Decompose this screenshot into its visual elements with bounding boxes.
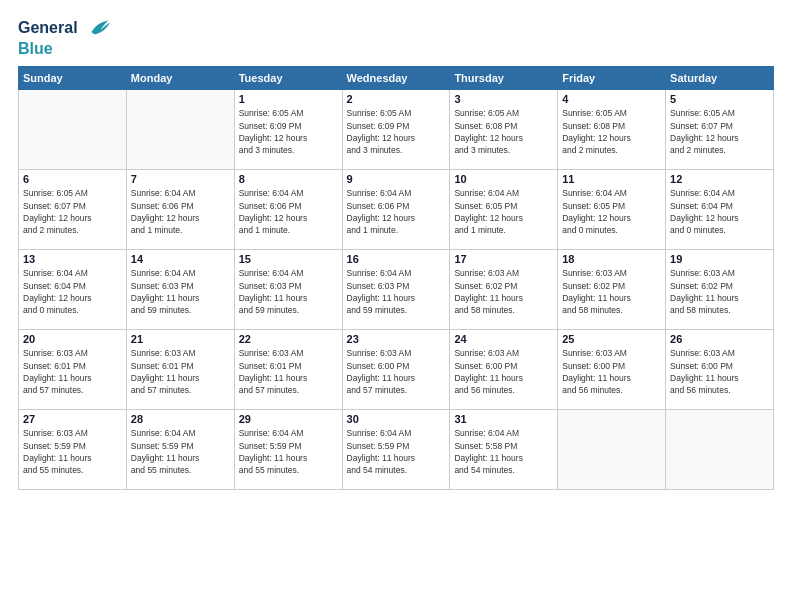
header: General Blue: [18, 18, 774, 58]
day-info: Sunrise: 6:04 AM Sunset: 5:59 PM Dayligh…: [347, 427, 446, 476]
calendar-table: SundayMondayTuesdayWednesdayThursdayFrid…: [18, 66, 774, 490]
day-info: Sunrise: 6:04 AM Sunset: 6:03 PM Dayligh…: [347, 267, 446, 316]
calendar-week-5: 27Sunrise: 6:03 AM Sunset: 5:59 PM Dayli…: [19, 410, 774, 490]
calendar-cell: 26Sunrise: 6:03 AM Sunset: 6:00 PM Dayli…: [666, 330, 774, 410]
day-number: 14: [131, 253, 230, 265]
calendar-cell: [19, 90, 127, 170]
calendar-cell: 24Sunrise: 6:03 AM Sunset: 6:00 PM Dayli…: [450, 330, 558, 410]
day-number: 10: [454, 173, 553, 185]
page: General Blue SundayMondayTuesdayWednesda…: [0, 0, 792, 612]
calendar-cell: 12Sunrise: 6:04 AM Sunset: 6:04 PM Dayli…: [666, 170, 774, 250]
day-number: 22: [239, 333, 338, 345]
calendar-cell: 2Sunrise: 6:05 AM Sunset: 6:09 PM Daylig…: [342, 90, 450, 170]
day-info: Sunrise: 6:03 AM Sunset: 6:01 PM Dayligh…: [131, 347, 230, 396]
day-info: Sunrise: 6:04 AM Sunset: 5:59 PM Dayligh…: [239, 427, 338, 476]
day-number: 29: [239, 413, 338, 425]
calendar-cell: 21Sunrise: 6:03 AM Sunset: 6:01 PM Dayli…: [126, 330, 234, 410]
day-number: 12: [670, 173, 769, 185]
calendar-cell: 31Sunrise: 6:04 AM Sunset: 5:58 PM Dayli…: [450, 410, 558, 490]
calendar-cell: 22Sunrise: 6:03 AM Sunset: 6:01 PM Dayli…: [234, 330, 342, 410]
weekday-row: SundayMondayTuesdayWednesdayThursdayFrid…: [19, 67, 774, 90]
calendar-cell: 16Sunrise: 6:04 AM Sunset: 6:03 PM Dayli…: [342, 250, 450, 330]
calendar-week-3: 13Sunrise: 6:04 AM Sunset: 6:04 PM Dayli…: [19, 250, 774, 330]
day-number: 11: [562, 173, 661, 185]
day-number: 16: [347, 253, 446, 265]
day-number: 20: [23, 333, 122, 345]
calendar-cell: 10Sunrise: 6:04 AM Sunset: 6:05 PM Dayli…: [450, 170, 558, 250]
day-info: Sunrise: 6:04 AM Sunset: 5:59 PM Dayligh…: [131, 427, 230, 476]
day-info: Sunrise: 6:04 AM Sunset: 6:05 PM Dayligh…: [562, 187, 661, 236]
day-info: Sunrise: 6:05 AM Sunset: 6:09 PM Dayligh…: [347, 107, 446, 156]
calendar-week-1: 1Sunrise: 6:05 AM Sunset: 6:09 PM Daylig…: [19, 90, 774, 170]
day-number: 13: [23, 253, 122, 265]
calendar-cell: 11Sunrise: 6:04 AM Sunset: 6:05 PM Dayli…: [558, 170, 666, 250]
day-info: Sunrise: 6:04 AM Sunset: 6:03 PM Dayligh…: [239, 267, 338, 316]
calendar-week-2: 6Sunrise: 6:05 AM Sunset: 6:07 PM Daylig…: [19, 170, 774, 250]
weekday-header-tuesday: Tuesday: [234, 67, 342, 90]
calendar-header: SundayMondayTuesdayWednesdayThursdayFrid…: [19, 67, 774, 90]
day-info: Sunrise: 6:04 AM Sunset: 6:03 PM Dayligh…: [131, 267, 230, 316]
calendar-cell: 5Sunrise: 6:05 AM Sunset: 6:07 PM Daylig…: [666, 90, 774, 170]
day-info: Sunrise: 6:03 AM Sunset: 6:01 PM Dayligh…: [239, 347, 338, 396]
day-number: 21: [131, 333, 230, 345]
calendar-cell: 20Sunrise: 6:03 AM Sunset: 6:01 PM Dayli…: [19, 330, 127, 410]
day-number: 28: [131, 413, 230, 425]
day-number: 3: [454, 93, 553, 105]
calendar-cell: 9Sunrise: 6:04 AM Sunset: 6:06 PM Daylig…: [342, 170, 450, 250]
calendar-cell: 13Sunrise: 6:04 AM Sunset: 6:04 PM Dayli…: [19, 250, 127, 330]
day-number: 7: [131, 173, 230, 185]
weekday-header-sunday: Sunday: [19, 67, 127, 90]
weekday-header-wednesday: Wednesday: [342, 67, 450, 90]
logo-text: General Blue: [18, 18, 112, 58]
calendar-week-4: 20Sunrise: 6:03 AM Sunset: 6:01 PM Dayli…: [19, 330, 774, 410]
day-number: 31: [454, 413, 553, 425]
day-info: Sunrise: 6:03 AM Sunset: 6:00 PM Dayligh…: [562, 347, 661, 396]
day-number: 30: [347, 413, 446, 425]
logo: General Blue: [18, 18, 112, 58]
day-info: Sunrise: 6:03 AM Sunset: 6:00 PM Dayligh…: [454, 347, 553, 396]
calendar-cell: 27Sunrise: 6:03 AM Sunset: 5:59 PM Dayli…: [19, 410, 127, 490]
day-number: 6: [23, 173, 122, 185]
day-number: 15: [239, 253, 338, 265]
day-number: 1: [239, 93, 338, 105]
day-info: Sunrise: 6:05 AM Sunset: 6:08 PM Dayligh…: [454, 107, 553, 156]
calendar-cell: 3Sunrise: 6:05 AM Sunset: 6:08 PM Daylig…: [450, 90, 558, 170]
day-number: 25: [562, 333, 661, 345]
day-info: Sunrise: 6:04 AM Sunset: 6:06 PM Dayligh…: [347, 187, 446, 236]
calendar-body: 1Sunrise: 6:05 AM Sunset: 6:09 PM Daylig…: [19, 90, 774, 490]
day-info: Sunrise: 6:05 AM Sunset: 6:07 PM Dayligh…: [23, 187, 122, 236]
day-info: Sunrise: 6:03 AM Sunset: 6:01 PM Dayligh…: [23, 347, 122, 396]
calendar-cell: 23Sunrise: 6:03 AM Sunset: 6:00 PM Dayli…: [342, 330, 450, 410]
calendar-cell: 17Sunrise: 6:03 AM Sunset: 6:02 PM Dayli…: [450, 250, 558, 330]
calendar-cell: 29Sunrise: 6:04 AM Sunset: 5:59 PM Dayli…: [234, 410, 342, 490]
day-info: Sunrise: 6:03 AM Sunset: 6:00 PM Dayligh…: [347, 347, 446, 396]
day-number: 18: [562, 253, 661, 265]
calendar-cell: 18Sunrise: 6:03 AM Sunset: 6:02 PM Dayli…: [558, 250, 666, 330]
calendar-cell: 4Sunrise: 6:05 AM Sunset: 6:08 PM Daylig…: [558, 90, 666, 170]
day-info: Sunrise: 6:05 AM Sunset: 6:07 PM Dayligh…: [670, 107, 769, 156]
day-number: 8: [239, 173, 338, 185]
day-number: 27: [23, 413, 122, 425]
weekday-header-monday: Monday: [126, 67, 234, 90]
weekday-header-friday: Friday: [558, 67, 666, 90]
day-info: Sunrise: 6:03 AM Sunset: 6:00 PM Dayligh…: [670, 347, 769, 396]
calendar-cell: [558, 410, 666, 490]
calendar-cell: 14Sunrise: 6:04 AM Sunset: 6:03 PM Dayli…: [126, 250, 234, 330]
calendar-cell: [126, 90, 234, 170]
day-info: Sunrise: 6:03 AM Sunset: 5:59 PM Dayligh…: [23, 427, 122, 476]
calendar-cell: 6Sunrise: 6:05 AM Sunset: 6:07 PM Daylig…: [19, 170, 127, 250]
logo-bird-icon: [84, 18, 112, 40]
day-info: Sunrise: 6:04 AM Sunset: 6:04 PM Dayligh…: [670, 187, 769, 236]
calendar-cell: 1Sunrise: 6:05 AM Sunset: 6:09 PM Daylig…: [234, 90, 342, 170]
day-number: 2: [347, 93, 446, 105]
day-info: Sunrise: 6:03 AM Sunset: 6:02 PM Dayligh…: [454, 267, 553, 316]
calendar-cell: 28Sunrise: 6:04 AM Sunset: 5:59 PM Dayli…: [126, 410, 234, 490]
day-info: Sunrise: 6:04 AM Sunset: 5:58 PM Dayligh…: [454, 427, 553, 476]
day-number: 4: [562, 93, 661, 105]
day-info: Sunrise: 6:04 AM Sunset: 6:06 PM Dayligh…: [131, 187, 230, 236]
weekday-header-thursday: Thursday: [450, 67, 558, 90]
calendar-cell: 25Sunrise: 6:03 AM Sunset: 6:00 PM Dayli…: [558, 330, 666, 410]
day-number: 24: [454, 333, 553, 345]
day-number: 26: [670, 333, 769, 345]
calendar-cell: 8Sunrise: 6:04 AM Sunset: 6:06 PM Daylig…: [234, 170, 342, 250]
